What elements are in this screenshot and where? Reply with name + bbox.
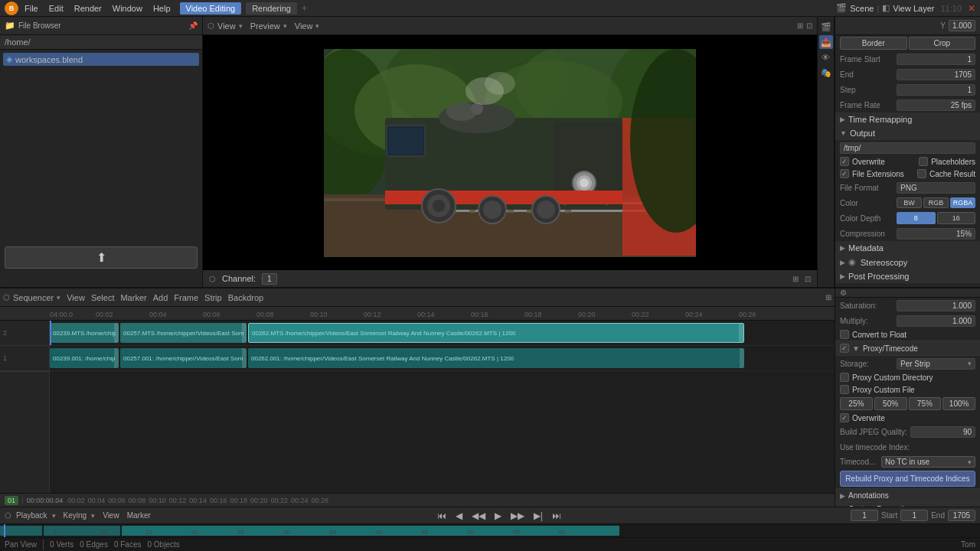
compression-value[interactable]: 15% xyxy=(897,228,975,240)
seq-select-menu[interactable]: Select xyxy=(91,293,115,302)
file-format-value[interactable]: PNG xyxy=(897,182,975,194)
proxy-75-btn[interactable]: 75% xyxy=(909,397,942,410)
view-center-icon[interactable]: ⊡ xyxy=(806,21,812,30)
workspace-tab-video-editing[interactable]: Video Editing xyxy=(180,2,242,15)
menu-render[interactable]: Render xyxy=(70,2,106,15)
storage-value[interactable]: Per Strip ▾ xyxy=(897,358,975,370)
jump-start-btn[interactable]: ⏮ xyxy=(434,510,449,522)
output-section-header[interactable]: ▼ Output xyxy=(835,126,980,140)
annotations-section[interactable]: ▶ Annotations xyxy=(835,488,980,503)
proxy-enabled-checkbox[interactable] xyxy=(840,344,849,353)
output-path-row: /tmp/ xyxy=(835,140,980,155)
metadata-section[interactable]: ▶ Metadata xyxy=(835,241,980,255)
zoom-fit-icon[interactable]: ⊞ xyxy=(797,21,803,30)
upload-button[interactable]: ⬆ xyxy=(5,246,198,269)
view-options-icon[interactable]: ⊞ xyxy=(792,275,799,283)
color-rgba-btn[interactable]: RGBA xyxy=(950,197,975,208)
preview-view2-label[interactable]: View xyxy=(295,21,313,31)
playback-menu[interactable]: Playback xyxy=(16,511,47,520)
multiply-value[interactable]: 1.000 xyxy=(897,315,975,327)
play-btn[interactable]: ▶ xyxy=(492,510,505,522)
menu-help[interactable]: Help xyxy=(149,2,175,15)
depth-8-btn[interactable]: 8 xyxy=(897,212,936,224)
prop-icon-view[interactable]: 👁 xyxy=(819,51,833,64)
frame-start-value[interactable]: 1 xyxy=(897,54,975,65)
overwrite-checkbox[interactable] xyxy=(840,157,849,166)
preview-editor-icon[interactable]: ⬡ xyxy=(207,21,214,30)
placeholders-checkbox[interactable] xyxy=(919,157,928,166)
menu-edit[interactable]: Edit xyxy=(44,2,68,15)
seq-frame-menu[interactable]: Frame xyxy=(174,293,198,302)
proxy-50-btn[interactable]: 50% xyxy=(874,397,907,410)
add-workspace-btn[interactable]: + xyxy=(302,3,307,14)
seq-label[interactable]: Sequencer xyxy=(13,293,54,302)
preview-view-label[interactable]: View xyxy=(217,21,236,31)
timeline-view-menu[interactable]: View xyxy=(103,511,119,520)
time-remapping-section[interactable]: ▶ Time Remapping xyxy=(835,112,980,126)
seq-strip-1a[interactable]: 00239.MTS /home/chipper/M xyxy=(50,323,119,343)
saturation-label: Saturation: xyxy=(840,302,893,310)
file-item-workspaces[interactable]: ◈ workspaces.blend xyxy=(3,53,199,66)
props-y-value[interactable]: 1.000 xyxy=(949,20,975,31)
channel-value[interactable]: 1 xyxy=(262,273,277,285)
proxy-100-btn[interactable]: 100% xyxy=(942,397,975,410)
seq-backdrop-menu[interactable]: Backdrop xyxy=(228,293,263,302)
stereoscopy-section[interactable]: ▶ ◉ Stereoscopy xyxy=(835,255,980,269)
play-back-btn[interactable]: ◀◀ xyxy=(469,510,488,522)
seq-strip-2b[interactable]: 00257.001: /home/chipper/Videos/East Som xyxy=(120,348,247,368)
workspace-tab-rendering[interactable]: Rendering xyxy=(246,2,297,15)
frame-end-value[interactable]: 1705 xyxy=(897,69,975,80)
preview-label[interactable]: Preview xyxy=(250,21,280,31)
timecode-value[interactable]: No TC in use ▾ xyxy=(881,456,975,468)
end-frame-input[interactable] xyxy=(948,510,975,521)
jump-end-btn[interactable]: ⏭ xyxy=(549,510,564,522)
pin-icon[interactable]: 📌 xyxy=(188,21,198,30)
border-btn[interactable]: Border xyxy=(840,37,907,50)
seq-strip-menu[interactable]: Strip xyxy=(204,293,222,302)
color-bw-btn[interactable]: BW xyxy=(897,197,922,208)
current-frame-input[interactable] xyxy=(851,510,878,521)
prev-frame-btn[interactable]: ◀ xyxy=(452,510,466,522)
prop-icon-output[interactable]: 📤 xyxy=(819,35,833,49)
output-path-value[interactable]: /tmp/ xyxy=(840,142,975,154)
seq-strip-2a[interactable]: 00239.001: /home/chipper/M xyxy=(50,348,119,368)
close-btn[interactable]: ✕ xyxy=(968,3,975,14)
post-processing-section[interactable]: ▶ Post Processing xyxy=(835,269,980,283)
play-fwd-btn[interactable]: ▶▶ xyxy=(508,510,528,522)
proxy-timecode-section[interactable]: ▼ Proxy/Timecode xyxy=(835,341,980,356)
frame-rate-value[interactable]: 25 fps xyxy=(897,99,975,111)
keying-menu[interactable]: Keying xyxy=(64,511,87,520)
seq-strip-1c[interactable]: 00262.MTS /home/chipper/Videos/East Some… xyxy=(248,323,744,343)
crop-btn[interactable]: Crop xyxy=(909,37,976,50)
proxy-custom-file-checkbox[interactable] xyxy=(840,385,849,394)
overlay-icon[interactable]: ⊡ xyxy=(805,275,811,283)
menu-file[interactable]: File xyxy=(20,2,43,15)
frame-step-value[interactable]: 1 xyxy=(897,84,975,96)
seq-strip-2c[interactable]: 00262.001: /home/chipper/Videos/East Som… xyxy=(248,348,744,368)
overwrite2-checkbox[interactable] xyxy=(840,413,849,422)
cache-checkbox[interactable] xyxy=(917,169,926,178)
overwrite-row: Overwrite Placeholders xyxy=(835,155,980,168)
seq-editor-icon[interactable]: ⬡ xyxy=(3,293,10,302)
prop-icon-render[interactable]: 🎬 xyxy=(819,20,833,34)
seq-marker-menu[interactable]: Marker xyxy=(120,293,146,302)
proxy-custom-dir-checkbox[interactable] xyxy=(840,373,849,382)
start-frame-input[interactable] xyxy=(900,510,928,521)
path-home[interactable]: /home/ xyxy=(5,37,31,47)
seq-add-menu[interactable]: Add xyxy=(153,293,168,302)
seq-strip-1b[interactable]: 00257.MTS /home/chipper/Videos/East Som xyxy=(120,323,247,343)
file-ext-checkbox[interactable] xyxy=(840,169,849,178)
seq-view-menu[interactable]: View xyxy=(67,293,85,302)
prop-icon-scene[interactable]: 🎭 xyxy=(819,66,833,80)
next-frame-btn[interactable]: ▶| xyxy=(531,510,546,522)
convert-float-checkbox[interactable] xyxy=(840,330,849,339)
menu-window[interactable]: Window xyxy=(108,2,147,15)
saturation-value[interactable]: 1.000 xyxy=(897,300,975,311)
depth-16-btn[interactable]: 16 xyxy=(937,212,976,224)
color-rgb-btn[interactable]: RGB xyxy=(923,197,949,208)
seq-options-icon[interactable]: ⊞ xyxy=(825,293,831,302)
jpeg-quality-value[interactable]: 90 xyxy=(910,426,975,438)
proxy-25-btn[interactable]: 25% xyxy=(840,397,873,410)
timeline-marker-menu[interactable]: Marker xyxy=(127,511,151,520)
rebuild-proxy-btn[interactable]: Rebuild Proxy and Timecode Indices xyxy=(840,471,975,487)
